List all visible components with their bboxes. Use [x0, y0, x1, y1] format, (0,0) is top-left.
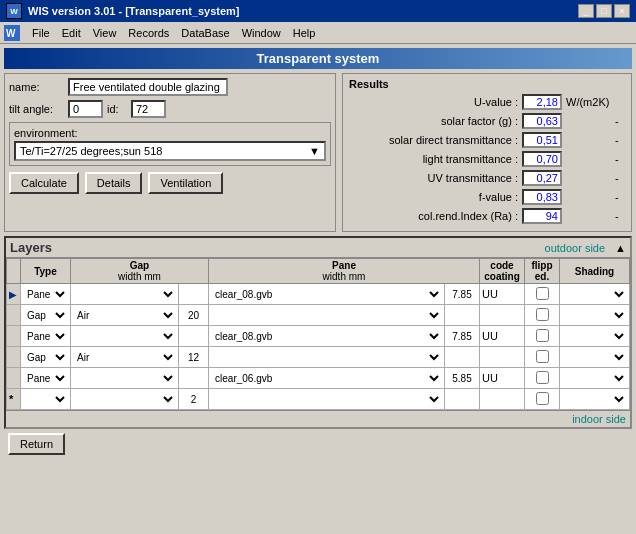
gap-mat-select[interactable] — [73, 285, 176, 303]
details-button[interactable]: Details — [85, 172, 143, 194]
pane-width-input[interactable] — [447, 348, 477, 366]
gap-width-input[interactable] — [181, 348, 206, 366]
shading-select[interactable] — [562, 285, 627, 303]
result-row-solar-direct: solar direct transmittance : 0,51 - — [349, 132, 625, 148]
flipped-checkbox[interactable] — [536, 308, 549, 321]
type-select[interactable]: Pane — [23, 285, 68, 303]
pane-cell: clear_06.gvb — [209, 368, 445, 389]
flipped-checkbox[interactable] — [536, 392, 549, 405]
pane-select[interactable] — [211, 390, 442, 408]
pane-select[interactable]: clear_08.gvb — [211, 285, 442, 303]
gap-width-input[interactable] — [181, 390, 206, 408]
pane-select[interactable] — [211, 348, 442, 366]
id-label: id: — [107, 103, 127, 115]
gap-mat-select[interactable] — [73, 390, 176, 408]
code-cell — [480, 389, 525, 410]
type-select[interactable] — [23, 390, 68, 408]
menu-database[interactable]: DataBase — [175, 25, 235, 41]
tilt-input[interactable] — [68, 100, 103, 118]
gap-mat-cell — [71, 284, 179, 305]
result-row-uvalue: U-value : 2,18 W/(m2K) — [349, 94, 625, 110]
gap-width-input[interactable] — [181, 369, 206, 387]
pane-width-input[interactable] — [447, 390, 477, 408]
layers-table: Type Gapwidth mm Panewidth mm codecoatin… — [6, 258, 630, 410]
menu-edit[interactable]: Edit — [56, 25, 87, 41]
svg-text:W: W — [6, 28, 16, 39]
flipped-checkbox[interactable] — [536, 350, 549, 363]
pane-select[interactable]: clear_06.gvb — [211, 369, 442, 387]
row-indicator — [7, 347, 21, 368]
menu-window[interactable]: Window — [236, 25, 287, 41]
result-row-uv: UV transmittance : 0,27 - — [349, 170, 625, 186]
minimize-button[interactable]: _ — [578, 4, 594, 18]
pane-width-cell — [445, 389, 480, 410]
pane-select[interactable] — [211, 306, 442, 324]
env-select[interactable]: Te/Ti=27/25 degrees;sun 518 ▼ — [14, 141, 326, 161]
shading-select[interactable] — [562, 327, 627, 345]
close-button[interactable]: × — [614, 4, 630, 18]
menu-view[interactable]: View — [87, 25, 123, 41]
row-type: Gap — [21, 347, 71, 368]
cri-label: col.rend.Index (Ra) : — [349, 210, 518, 222]
table-row: ▶ Pane clear_08.gvb UU — [7, 284, 630, 305]
gap-mat-select[interactable]: Air — [73, 306, 176, 324]
flipped-checkbox[interactable] — [536, 371, 549, 384]
col-shading: Shading — [560, 259, 630, 284]
gap-mat-cell: Air — [71, 347, 179, 368]
pane-cell: clear_08.gvb — [209, 284, 445, 305]
scroll-up-icon[interactable]: ▲ — [615, 242, 626, 254]
gap-mat-select[interactable] — [73, 327, 176, 345]
cri-value: 94 — [522, 208, 562, 224]
return-button[interactable]: Return — [8, 433, 65, 455]
menu-file[interactable]: File — [26, 25, 56, 41]
shading-cell — [560, 284, 630, 305]
shading-select[interactable] — [562, 390, 627, 408]
flipped-checkbox[interactable] — [536, 287, 549, 300]
gap-width-input[interactable] — [181, 306, 206, 324]
gap-width-cell — [179, 389, 209, 410]
solar-factor-value: 0,63 — [522, 113, 562, 129]
shading-select[interactable] — [562, 348, 627, 366]
maximize-button[interactable]: □ — [596, 4, 612, 18]
type-select[interactable]: Gap — [23, 306, 68, 324]
col-indicator — [7, 259, 21, 284]
pane-cell — [209, 389, 445, 410]
shading-select[interactable] — [562, 306, 627, 324]
pane-width-input[interactable] — [447, 369, 477, 387]
pane-width-input[interactable] — [447, 285, 477, 303]
pane-width-input[interactable] — [447, 327, 477, 345]
calculate-button[interactable]: Calculate — [9, 172, 79, 194]
env-dropdown-icon: ▼ — [309, 145, 320, 157]
environment-box: environment: Te/Ti=27/25 degrees;sun 518… — [9, 122, 331, 166]
gap-width-input[interactable] — [181, 327, 206, 345]
pane-width-input[interactable] — [447, 306, 477, 324]
pane-cell: clear_08.gvb — [209, 326, 445, 347]
table-row: Gap Air — [7, 347, 630, 368]
menu-records[interactable]: Records — [122, 25, 175, 41]
type-select[interactable]: Pane — [23, 369, 68, 387]
shading-select[interactable] — [562, 369, 627, 387]
menu-help[interactable]: Help — [287, 25, 322, 41]
app-icon: W — [6, 3, 22, 19]
id-input[interactable] — [131, 100, 166, 118]
result-row-solar-factor: solar factor (g) : 0,63 - — [349, 113, 625, 129]
type-select[interactable]: Pane — [23, 327, 68, 345]
flipped-checkbox[interactable] — [536, 329, 549, 342]
type-select[interactable]: Gap — [23, 348, 68, 366]
tilt-label: tilt angle: — [9, 103, 64, 115]
ventilation-button[interactable]: Ventilation — [148, 172, 223, 194]
shading-cell — [560, 305, 630, 326]
result-row-fvalue: f-value : 0,83 - — [349, 189, 625, 205]
gap-mat-select[interactable]: Air — [73, 348, 176, 366]
layers-section: Layers outdoor side ▲ Type Gapwidth mm P… — [4, 236, 632, 429]
row-indicator: ▶ — [7, 284, 21, 305]
table-container: Type Gapwidth mm Panewidth mm codecoatin… — [6, 258, 630, 410]
gap-width-input[interactable] — [181, 285, 206, 303]
pane-select[interactable]: clear_08.gvb — [211, 327, 442, 345]
row-type: Pane — [21, 326, 71, 347]
name-input[interactable] — [68, 78, 228, 96]
pane-cell — [209, 347, 445, 368]
form-panel: name: tilt angle: id: environment: Te/Ti… — [4, 73, 336, 232]
row-type: Gap — [21, 305, 71, 326]
gap-mat-select[interactable] — [73, 369, 176, 387]
